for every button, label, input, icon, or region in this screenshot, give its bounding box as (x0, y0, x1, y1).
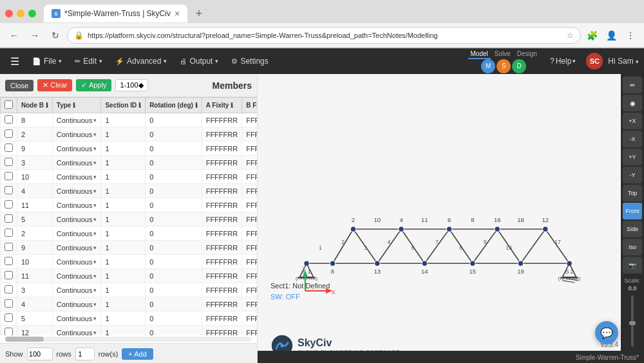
profile-icon[interactable]: 👤 (603, 27, 620, 44)
col-a-fixity[interactable]: A Fixity ℹ (202, 98, 242, 113)
tab-close-icon[interactable]: × (175, 8, 180, 19)
type-cell[interactable]: Continuous▾ (52, 113, 101, 127)
row-checkbox-cell[interactable] (1, 127, 17, 142)
select-all-checkbox[interactable] (5, 100, 13, 109)
row-checkbox[interactable] (5, 313, 13, 322)
minus-x-btn[interactable]: -X (623, 131, 642, 147)
col-rotation[interactable]: Rotation (deg) ℹ (146, 98, 202, 113)
horizontal-scrollbar[interactable] (5, 337, 252, 342)
refresh-button[interactable]: ↻ (46, 26, 64, 44)
user-greeting[interactable]: Hi Sam ▾ (608, 57, 639, 66)
design-icon-btn[interactable]: D (512, 59, 526, 73)
new-tab-button[interactable]: + (190, 5, 208, 23)
plus-y-btn[interactable]: +Y (623, 149, 642, 165)
row-checkbox[interactable] (5, 271, 13, 279)
row-checkbox-cell[interactable] (1, 326, 17, 336)
row-checkbox[interactable] (5, 299, 13, 308)
row-checkbox[interactable] (5, 228, 13, 237)
extensions-icon[interactable]: 🧩 (583, 27, 600, 44)
model-icon-btn[interactable]: M (481, 59, 495, 73)
settings-menu[interactable]: ⚙ Settings (226, 54, 273, 68)
close-button[interactable]: Close (5, 80, 33, 91)
side-btn[interactable]: Side (623, 221, 642, 237)
col-node-b[interactable]: Node B ℹ (17, 98, 53, 113)
type-cell[interactable]: Continuous▾ (52, 312, 101, 326)
row-checkbox-cell[interactable] (1, 113, 17, 127)
add-button[interactable]: + Add (122, 348, 153, 360)
type-cell[interactable]: Continuous▾ (52, 212, 101, 227)
output-menu[interactable]: 🖨 Output ▾ (175, 54, 223, 68)
scale-slider[interactable] (631, 295, 634, 347)
row-checkbox-cell[interactable] (1, 312, 17, 326)
row-checkbox-cell[interactable] (1, 142, 17, 156)
row-checkbox-cell[interactable] (1, 283, 17, 297)
row-checkbox[interactable] (5, 129, 13, 138)
row-checkbox-cell[interactable] (1, 198, 17, 212)
col-section-id[interactable]: Section ID ℹ (101, 98, 146, 113)
row-checkbox[interactable] (5, 186, 13, 194)
minimize-traffic-light[interactable] (17, 10, 24, 17)
row-checkbox[interactable] (5, 144, 13, 152)
advanced-menu[interactable]: ⚡ Advanced ▾ (110, 54, 172, 68)
active-tab[interactable]: S *Simple-Warren-Truss | SkyCiv × (44, 5, 187, 23)
bookmark-icon[interactable]: ☆ (567, 31, 574, 40)
row-checkbox[interactable] (5, 328, 13, 335)
forward-button[interactable]: → (26, 26, 44, 44)
type-cell[interactable]: Continuous▾ (52, 326, 101, 336)
front-btn[interactable]: Front (623, 203, 642, 219)
members-table-container[interactable]: Node B ℹ Type ℹ Section ID ℹ Rotation (d… (0, 97, 257, 335)
apply-button[interactable]: ✓ Apply (76, 79, 111, 91)
plus-x-btn[interactable]: +X (623, 113, 642, 129)
type-cell[interactable]: Continuous▾ (52, 297, 101, 312)
row-checkbox-cell[interactable] (1, 269, 17, 283)
row-checkbox[interactable] (5, 115, 13, 124)
hamburger-menu[interactable]: ☰ (5, 53, 24, 70)
close-traffic-light[interactable] (5, 10, 13, 17)
design-tab[interactable]: Design (515, 50, 540, 59)
type-cell[interactable]: Continuous▾ (52, 127, 101, 142)
viewport[interactable]: 2 10 4 11 6 8 16 18 12 S 1 (FFFFRR) 8 13… (258, 74, 644, 363)
type-cell[interactable]: Continuous▾ (52, 142, 101, 156)
type-cell[interactable]: Continuous▾ (52, 269, 101, 283)
clear-button[interactable]: ✕ Clear (37, 79, 72, 91)
camera-btn[interactable]: 📷 (623, 257, 642, 274)
minus-y-btn[interactable]: -Y (623, 167, 642, 183)
type-cell[interactable]: Continuous▾ (52, 241, 101, 255)
rows-count-input[interactable] (27, 348, 53, 360)
top-btn[interactable]: Top (623, 185, 642, 201)
type-cell[interactable]: Continuous▾ (52, 198, 101, 212)
row-checkbox-cell[interactable] (1, 255, 17, 269)
col-b-fixity[interactable]: B Fixity ℹ (242, 98, 257, 113)
row-checkbox[interactable] (5, 243, 13, 251)
type-cell[interactable]: Continuous▾ (52, 170, 101, 184)
back-button[interactable]: ← (5, 26, 23, 44)
row-checkbox-cell[interactable] (1, 227, 17, 241)
row-checkbox-cell[interactable] (1, 184, 17, 198)
solve-tab[interactable]: Solve (492, 50, 513, 59)
type-cell[interactable]: Continuous▾ (52, 184, 101, 198)
row-checkbox[interactable] (5, 158, 13, 166)
row-checkbox-cell[interactable] (1, 297, 17, 312)
type-cell[interactable]: Continuous▾ (52, 255, 101, 269)
solve-icon-btn[interactable]: S (497, 59, 511, 73)
col-select[interactable] (1, 98, 17, 113)
row-checkbox[interactable] (5, 285, 13, 293)
row-checkbox[interactable] (5, 172, 13, 180)
type-cell[interactable]: Continuous▾ (52, 227, 101, 241)
row-checkbox-cell[interactable] (1, 212, 17, 227)
url-bar[interactable]: 🔒 https://platform.skyciv.com/structural… (67, 27, 581, 44)
scale-handle[interactable] (629, 321, 636, 325)
eye-view-btn[interactable]: ◉ (623, 95, 642, 111)
edit-view-btn[interactable]: ✏ (623, 77, 642, 93)
row-checkbox[interactable] (5, 257, 13, 265)
row-number-input[interactable] (75, 348, 95, 360)
file-menu[interactable]: 📄 File ▾ (27, 54, 67, 68)
type-cell[interactable]: Continuous▾ (52, 156, 101, 170)
row-checkbox-cell[interactable] (1, 241, 17, 255)
row-checkbox[interactable] (5, 200, 13, 209)
type-cell[interactable]: Continuous▾ (52, 283, 101, 297)
row-checkbox-cell[interactable] (1, 170, 17, 184)
maximize-traffic-light[interactable] (28, 10, 36, 17)
col-type[interactable]: Type ℹ (52, 98, 101, 113)
row-checkbox[interactable] (5, 214, 13, 223)
